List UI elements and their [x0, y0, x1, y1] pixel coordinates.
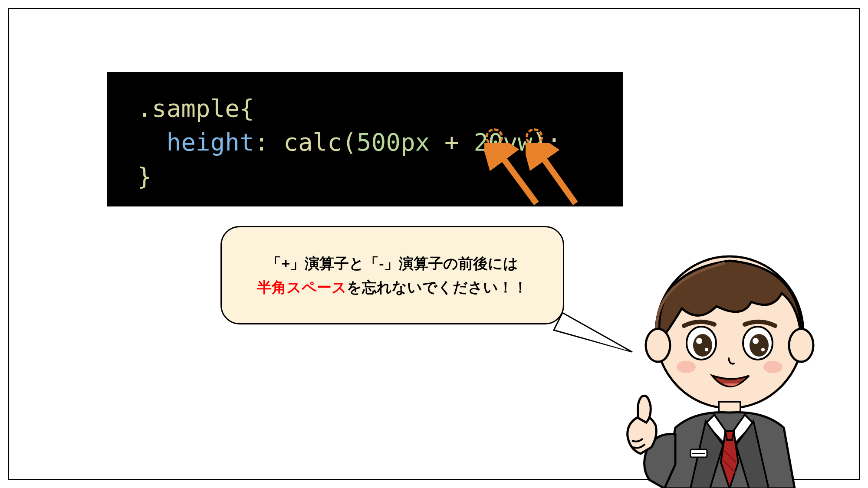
svg-point-15	[677, 361, 696, 373]
code-line-1: .sample{	[137, 92, 593, 125]
arrow-icon-2	[526, 143, 595, 212]
operator: +	[444, 128, 459, 156]
colon: :	[254, 128, 269, 156]
open-brace: {	[240, 94, 254, 122]
svg-point-14	[761, 348, 765, 351]
calc-func: calc	[283, 128, 342, 156]
svg-point-9	[693, 334, 712, 357]
val1-unit: px	[401, 128, 430, 156]
svg-point-10	[750, 334, 769, 357]
bubble-line-2: 半角スペースを忘れないでください！！	[257, 275, 528, 299]
svg-point-11	[696, 338, 702, 344]
svg-line-1	[538, 151, 575, 203]
svg-point-12	[753, 338, 759, 344]
bubble-line-1: 「+」演算子と「-」演算子の前後には	[266, 252, 518, 275]
val1-num: 500	[357, 128, 401, 156]
close-brace: }	[137, 162, 152, 190]
slide-frame: .sample{ height: calc(500px + 20vw); } 「…	[8, 8, 860, 480]
property-text: height	[166, 128, 254, 156]
space-1	[430, 128, 444, 156]
svg-point-6	[789, 329, 813, 362]
svg-point-5	[646, 329, 670, 362]
space-2	[459, 128, 474, 156]
bubble-rest-text: を忘れないでください！！	[347, 279, 528, 295]
svg-point-16	[763, 361, 783, 373]
speech-bubble: 「+」演算子と「-」演算子の前後には 半角スペースを忘れないでください！！	[220, 226, 564, 324]
selector-text: .sample	[137, 94, 240, 122]
open-paren: (	[342, 128, 357, 156]
character-illustration	[599, 246, 851, 488]
svg-point-13	[705, 348, 708, 351]
bubble-red-text: 半角スペース	[257, 279, 347, 295]
